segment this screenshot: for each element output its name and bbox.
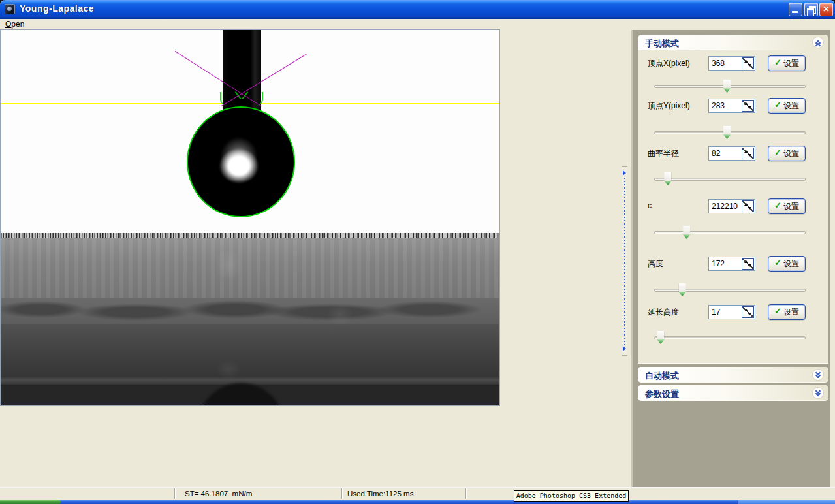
apex-x-set-button[interactable]: ✓设置 <box>768 55 806 71</box>
taskbar-tooltip: Adobe Photoshop CS3 Extended <box>514 490 629 502</box>
parameter-settings-header[interactable]: 参数设置 <box>638 385 828 400</box>
spin-up-icon <box>744 102 748 105</box>
apex-y-slider[interactable] <box>654 126 806 139</box>
control-side-panel: 手动模式 顶点X(pixel) 368 ✓设置 顶点Y(pixel) 283 ✓… <box>631 30 830 487</box>
c-label: c <box>648 201 652 210</box>
slider-thumb[interactable] <box>723 80 731 93</box>
stage-band-dark-blotches <box>1 298 499 324</box>
spin-up-icon <box>744 260 748 263</box>
minimize-button[interactable] <box>789 3 802 16</box>
used-time-readout: Used Time:1125 ms <box>347 490 413 497</box>
check-icon: ✓ <box>774 100 781 110</box>
auto-mode-header[interactable]: 自动模式 <box>638 367 828 382</box>
app-icon <box>5 4 15 14</box>
spinner-control[interactable] <box>742 200 754 212</box>
apex-x-input[interactable]: 368 <box>708 56 755 71</box>
expand-button[interactable] <box>813 370 823 380</box>
curvature-radius-input[interactable]: 82 <box>708 146 755 161</box>
extension-height-input[interactable]: 17 <box>708 305 755 319</box>
group-title: 参数设置 <box>645 388 679 400</box>
curvature-radius-slider[interactable] <box>654 172 806 185</box>
apex-y-input[interactable]: 283 <box>708 99 755 113</box>
manual-mode-group: 手动模式 顶点X(pixel) 368 ✓设置 顶点Y(pixel) 283 ✓… <box>638 35 828 363</box>
slider-thumb[interactable] <box>683 226 690 239</box>
c-slider[interactable] <box>654 226 806 239</box>
slider-track[interactable] <box>654 289 806 292</box>
surface-tension-readout: ST= 46.1807 mN/m <box>185 490 252 497</box>
stage-light-patch <box>327 304 353 326</box>
spin-down-icon <box>748 64 751 67</box>
curvature-radius-label: 曲率半径 <box>648 148 679 159</box>
drop-image-viewer[interactable] <box>0 29 500 406</box>
spin-up-icon <box>744 60 748 63</box>
slider-thumb[interactable] <box>657 331 664 344</box>
drop-specular-highlight <box>214 134 264 187</box>
stage-light-patch <box>215 249 242 281</box>
c-input[interactable]: 212210 <box>708 199 755 213</box>
spinner-control[interactable] <box>742 148 754 159</box>
spin-down-icon <box>748 154 751 157</box>
height-label: 高度 <box>648 259 663 270</box>
taskbar[interactable] <box>0 500 835 504</box>
group-title: 自动模式 <box>645 370 679 382</box>
spinner-control[interactable] <box>742 100 754 112</box>
spinner-control[interactable] <box>742 306 754 318</box>
menu-bar <box>0 19 835 29</box>
slider-track[interactable] <box>654 231 806 234</box>
extension-height-label: 延长高度 <box>648 307 679 318</box>
apex-x-slider[interactable] <box>654 80 806 93</box>
height-input[interactable]: 172 <box>708 257 755 271</box>
slider-thumb[interactable] <box>723 126 731 139</box>
collapse-button[interactable] <box>813 37 823 48</box>
extension-height-set-button[interactable]: ✓设置 <box>768 304 806 320</box>
splitter-arrow-icon <box>623 346 626 351</box>
close-button[interactable]: ✕ <box>819 3 833 16</box>
title-bar[interactable]: Young-Lapalace ✕ <box>0 0 835 19</box>
auto-mode-group: 自动模式 <box>638 367 828 382</box>
manual-mode-header[interactable]: 手动模式 <box>638 35 828 50</box>
slider-thumb[interactable] <box>679 283 686 296</box>
extension-height-slider[interactable] <box>654 331 806 344</box>
expand-button[interactable] <box>813 388 823 398</box>
group-title: 手动模式 <box>645 38 679 50</box>
stage-band-light-strip <box>1 376 499 385</box>
restore-button[interactable] <box>804 3 818 16</box>
statusbar-separator <box>174 488 176 499</box>
system-tray[interactable] <box>738 500 835 504</box>
height-slider[interactable] <box>654 283 806 296</box>
apex-y-label: 顶点Y(pixel) <box>648 101 690 112</box>
check-icon: ✓ <box>774 148 781 157</box>
panel-splitter[interactable] <box>622 166 627 356</box>
stage-band-lower <box>1 324 499 376</box>
height-set-button[interactable]: ✓设置 <box>768 256 806 272</box>
start-button[interactable] <box>0 500 61 504</box>
window-right-margin <box>830 29 835 487</box>
curvature-radius-set-button[interactable]: ✓设置 <box>768 146 806 161</box>
status-bar <box>0 487 835 500</box>
check-icon: ✓ <box>774 200 781 210</box>
check-icon: ✓ <box>774 258 781 268</box>
spin-down-icon <box>748 313 751 315</box>
c-set-button[interactable]: ✓设置 <box>768 198 806 214</box>
spinner-control[interactable] <box>742 57 754 69</box>
slider-track[interactable] <box>654 336 806 339</box>
spinner-control[interactable] <box>742 258 754 270</box>
slider-track[interactable] <box>654 178 806 181</box>
window-title: Young-Lapalace <box>20 3 94 14</box>
spin-up-icon <box>744 203 748 206</box>
apex-y-set-button[interactable]: ✓设置 <box>768 98 806 114</box>
spin-down-icon <box>748 207 751 210</box>
splitter-arrow-icon <box>623 170 626 176</box>
statusbar-separator <box>341 488 343 499</box>
parameter-settings-group: 参数设置 <box>638 385 828 400</box>
spin-down-icon <box>748 106 751 109</box>
statusbar-separator <box>465 488 467 499</box>
check-icon: ✓ <box>774 306 781 316</box>
apex-x-label: 顶点X(pixel) <box>648 58 690 69</box>
spin-up-icon <box>744 309 748 311</box>
menu-item-open[interactable]: Open <box>5 20 24 29</box>
stage-light-patch <box>216 360 241 379</box>
slider-thumb[interactable] <box>664 172 671 185</box>
check-icon: ✓ <box>774 57 781 67</box>
spin-up-icon <box>744 150 748 153</box>
